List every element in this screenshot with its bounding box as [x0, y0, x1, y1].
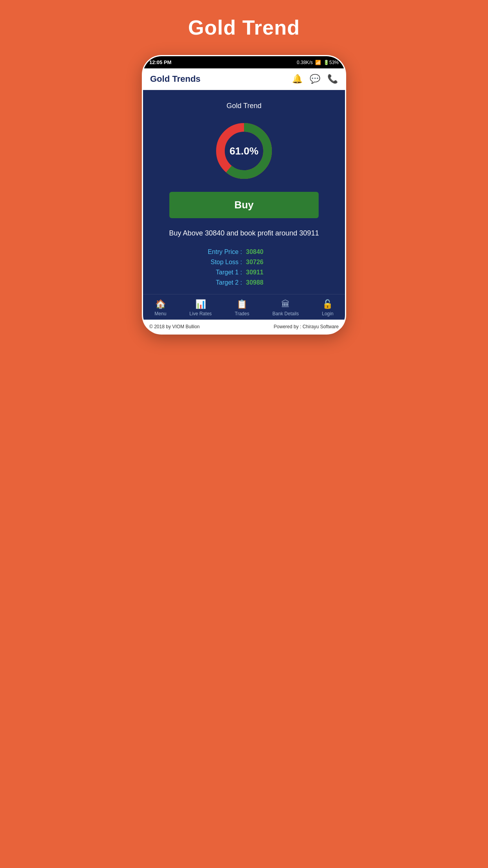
- price-row-target1: Target 1 : 30911: [159, 269, 329, 276]
- bank-details-icon: 🏛: [281, 299, 290, 309]
- target2-label: Target 2 :: [159, 279, 242, 286]
- phone-frame: 12:05 PM 0.38K/s 📶 🔋53% Gold Trends 🔔 💬 …: [142, 55, 346, 335]
- entry-price-value: 30840: [246, 248, 329, 256]
- target2-value: 30988: [246, 279, 329, 286]
- price-row-entry: Entry Price : 30840: [159, 248, 329, 256]
- app-header: Gold Trends 🔔 💬 📞: [143, 68, 345, 90]
- page-title: Gold Trend: [188, 16, 300, 39]
- section-title: Gold Trend: [226, 102, 261, 110]
- target1-label: Target 1 :: [159, 269, 242, 276]
- trade-description: Buy Above 30840 and book profit around 3…: [165, 228, 323, 239]
- trades-label: Trades: [235, 311, 250, 316]
- price-row-stoploss: Stop Loss : 30726: [159, 259, 329, 266]
- donut-percent-label: 61.0%: [229, 145, 259, 157]
- buy-button[interactable]: Buy: [169, 192, 318, 218]
- wifi-icon: 📶: [315, 60, 321, 65]
- target1-value: 30911: [246, 269, 329, 276]
- nav-login[interactable]: 🔓 Login: [322, 299, 333, 316]
- stop-loss-label: Stop Loss :: [159, 259, 242, 266]
- price-row-target2: Target 2 : 30988: [159, 279, 329, 286]
- footer-right: Powered by : Chirayu Software: [274, 324, 339, 329]
- whatsapp-icon[interactable]: 💬: [310, 74, 320, 84]
- live-rates-label: Live Rates: [189, 311, 212, 316]
- nav-live-rates[interactable]: 📊 Live Rates: [189, 299, 212, 316]
- login-label: Login: [322, 311, 333, 316]
- status-icons: 0.38K/s 📶 🔋53%: [297, 60, 339, 65]
- app-title: Gold Trends: [150, 74, 200, 84]
- bell-icon[interactable]: 🔔: [292, 74, 303, 84]
- nav-menu[interactable]: 🏠 Menu: [154, 299, 166, 316]
- speed-indicator: 0.38K/s: [297, 60, 313, 65]
- app-footer: © 2018 by VIOM Bullion Powered by : Chir…: [143, 320, 345, 333]
- live-rates-icon: 📊: [195, 299, 206, 309]
- login-icon: 🔓: [322, 299, 333, 309]
- entry-price-label: Entry Price :: [159, 248, 242, 256]
- donut-chart: 61.0%: [213, 120, 275, 182]
- footer-left: © 2018 by VIOM Bullion: [149, 324, 200, 329]
- phone-icon[interactable]: 📞: [327, 74, 338, 84]
- status-time: 12:05 PM: [149, 59, 171, 65]
- nav-bank-details[interactable]: 🏛 Bank Details: [272, 299, 299, 316]
- trades-icon: 📋: [237, 299, 247, 309]
- menu-label: Menu: [154, 311, 166, 316]
- nav-trades[interactable]: 📋 Trades: [235, 299, 250, 316]
- battery-icon: 🔋53%: [323, 60, 339, 65]
- stop-loss-value: 30726: [246, 259, 329, 266]
- bank-details-label: Bank Details: [272, 311, 299, 316]
- bottom-nav: 🏠 Menu 📊 Live Rates 📋 Trades 🏛 Bank Deta…: [143, 294, 345, 320]
- header-icons: 🔔 💬 📞: [292, 74, 338, 84]
- main-content: Gold Trend 61.0% Buy Buy Above 30840 and…: [143, 90, 345, 294]
- price-table: Entry Price : 30840 Stop Loss : 30726 Ta…: [151, 248, 337, 286]
- menu-icon: 🏠: [155, 299, 166, 309]
- status-bar: 12:05 PM 0.38K/s 📶 🔋53%: [143, 56, 345, 68]
